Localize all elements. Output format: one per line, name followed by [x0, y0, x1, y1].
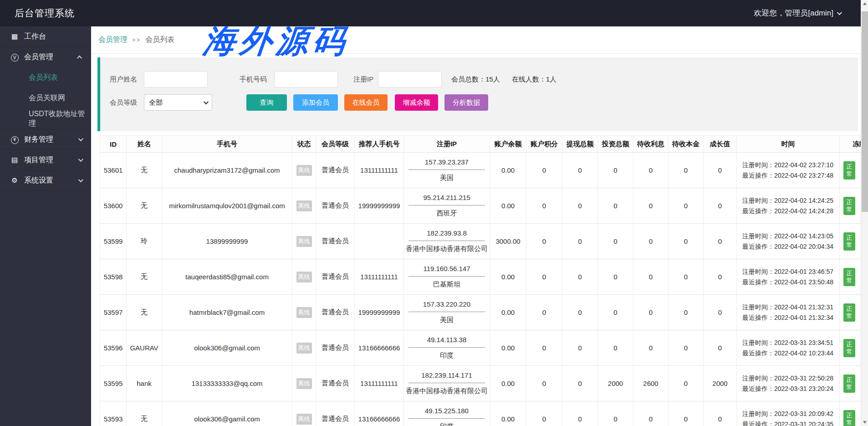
cell-time: 注册时间：2022-04-01 21:32:31 最近操作：2022-04-01…: [737, 295, 840, 330]
member-icon: V: [10, 53, 19, 62]
cell-withdraw-total: 0: [562, 224, 598, 259]
last-operation-time: 最近操作：2022-03-31 20:24:35: [742, 419, 839, 426]
cell-level: 普通会员: [316, 224, 355, 259]
normal-status-button[interactable]: 正常: [843, 268, 855, 286]
ip-address-link[interactable]: 157.33.220.220: [408, 300, 485, 312]
cell-name: 无: [127, 401, 162, 426]
welcome-text: 欢迎您，管理员[admin]: [754, 0, 833, 26]
status-badge: 离线: [296, 200, 312, 211]
cell-time: 注册时间：2022-04-01 23:46:57 最近操作：2022-04-01…: [737, 259, 840, 295]
ip-address-link[interactable]: 157.39.23.237: [408, 158, 485, 170]
cell-id: 53597: [100, 295, 127, 330]
cell-growth: 0: [704, 153, 737, 188]
normal-status-button[interactable]: 正常: [843, 232, 855, 251]
cell-status: 离线: [292, 188, 316, 224]
cell-pending-interest: 2600: [633, 366, 669, 401]
ip-address-link[interactable]: 182.239.93.8: [408, 229, 485, 241]
cell-invest-total: 0: [598, 295, 633, 330]
ip-address-link[interactable]: 119.160.56.147: [408, 265, 485, 277]
breadcrumb-separator: >>: [132, 36, 141, 43]
cell-action: 正常: [840, 259, 861, 295]
cell-balance: 0.00: [490, 366, 526, 401]
breadcrumb-member-management[interactable]: 会员管理: [98, 35, 128, 45]
register-time: 注册时间：2022-03-31 23:34:51: [742, 338, 839, 348]
scroll-up-arrow-icon[interactable]: [861, 0, 868, 8]
normal-status-button[interactable]: 正常: [843, 161, 855, 180]
cell-status: 离线: [292, 224, 316, 259]
ip-location: 西班牙: [404, 205, 490, 218]
sidebar-item-workbench[interactable]: ▦ 工作台: [0, 26, 91, 47]
cell-register-ip: 119.160.56.147 巴基斯坦: [404, 259, 490, 295]
cell-time: 注册时间：2022-04-02 14:23:05 最近操作：2022-04-02…: [737, 224, 840, 259]
analyze-data-button[interactable]: 分析数据: [444, 94, 488, 111]
vertical-scrollbar[interactable]: [861, 0, 868, 426]
col-pending-principal: 待收本金: [669, 136, 704, 153]
ip-address-link[interactable]: 49.15.225.180: [408, 407, 485, 419]
cell-action: 正常: [840, 188, 861, 224]
cell-level: 普通会员: [316, 366, 355, 401]
search-button[interactable]: 查询: [246, 94, 287, 111]
scrollbar-thumb[interactable]: [862, 11, 868, 212]
cell-action: 正常: [840, 153, 861, 188]
sidebar-item-member-management[interactable]: V 会员管理: [0, 47, 91, 67]
cell-name: 无: [127, 188, 162, 224]
scroll-down-arrow-icon[interactable]: [861, 418, 868, 426]
ip-address-link[interactable]: 182.239.114.171: [408, 371, 485, 383]
cell-id: 53598: [100, 259, 127, 295]
sidebar-item-usdt-address[interactable]: USDT收款地址管理: [0, 108, 91, 129]
col-growth: 成长值: [704, 136, 737, 153]
member-level-select[interactable]: 全部: [144, 94, 212, 111]
online-members-button[interactable]: 在线会员: [344, 94, 388, 111]
username-input[interactable]: [144, 71, 208, 87]
phone-input[interactable]: [274, 71, 338, 87]
sidebar-item-settings[interactable]: ⚙ 系统设置: [0, 170, 91, 191]
adjust-balance-button[interactable]: 增减余额: [395, 94, 438, 111]
ip-location: 印度: [404, 419, 490, 426]
add-member-button[interactable]: 添加会员: [293, 94, 338, 111]
cell-withdraw-total: 0: [562, 401, 598, 426]
cell-id: 53596: [100, 330, 127, 366]
ip-address-link[interactable]: 49.14.113.38: [408, 336, 485, 348]
last-operation-time: 最近操作：2022-03-31 23:20:24: [742, 384, 839, 394]
breadcrumb-member-list[interactable]: 会员列表: [145, 35, 174, 45]
col-balance: 账户余额: [490, 136, 526, 153]
cell-balance: 0.00: [490, 401, 526, 426]
normal-status-button[interactable]: 正常: [843, 375, 855, 393]
cell-invest-total: 0: [598, 259, 633, 295]
last-operation-time: 最近操作：2022-04-02 23:27:48: [742, 170, 839, 181]
cell-id: 53600: [100, 188, 127, 224]
dashboard-icon: ▦: [10, 32, 19, 41]
cell-level: 普通会员: [316, 401, 355, 426]
table-row: 53595 hank 13133333333@qq.com 离线 普通会员 13…: [100, 366, 861, 401]
user-menu[interactable]: 欢迎您，管理员[admin]: [754, 0, 841, 26]
sidebar-item-member-list[interactable]: 会员列表: [0, 67, 91, 88]
col-time: 时间: [737, 136, 840, 153]
ip-location: 美国: [404, 170, 490, 182]
register-time: 注册时间：2022-04-02 14:24:25: [742, 195, 839, 206]
normal-status-button[interactable]: 正常: [843, 197, 855, 215]
sidebar-item-project[interactable]: ▤ 项目管理: [0, 150, 91, 170]
register-time: 注册时间：2022-03-31 20:09:42: [742, 409, 839, 419]
sidebar: ▦ 工作台 V 会员管理 会员列表 会员关联网 USDT收款地址管理 ¥ 财务管…: [0, 26, 91, 426]
table-header-row: ID 姓名 手机号 状态 会员等级 推荐人手机号 注册IP 账户余额 账户积分 …: [100, 136, 861, 153]
cell-pending-interest: 0: [633, 188, 669, 224]
cell-level: 普通会员: [316, 295, 355, 330]
sidebar-item-member-network[interactable]: 会员关联网: [0, 88, 91, 108]
cell-pending-principal: 0: [669, 366, 704, 401]
last-operation-time: 最近操作：2022-04-02 10:23:44: [742, 348, 839, 359]
cell-referrer-phone: 13111111111: [355, 259, 404, 295]
cell-level: 普通会员: [316, 330, 355, 366]
cell-growth: 0: [704, 224, 737, 259]
cell-name: 玲: [127, 224, 162, 259]
normal-status-button[interactable]: 正常: [843, 410, 855, 426]
register-ip-input[interactable]: [378, 71, 442, 87]
normal-status-button[interactable]: 正常: [843, 339, 855, 357]
cell-pending-principal: 0: [669, 188, 704, 224]
cell-referrer-phone: 13111111111: [355, 153, 404, 188]
status-badge: 离线: [296, 165, 312, 176]
normal-status-button[interactable]: 正常: [843, 303, 855, 322]
ip-location: 香港中国移动香港有限公司: [404, 241, 490, 253]
filter-panel: 用户姓名 手机号码 注册IP 会员总数：15人 在线人数：1人 会员等级 全部 …: [97, 57, 858, 131]
sidebar-item-finance[interactable]: ¥ 财务管理: [0, 129, 91, 150]
ip-address-link[interactable]: 95.214.211.215: [408, 194, 485, 205]
